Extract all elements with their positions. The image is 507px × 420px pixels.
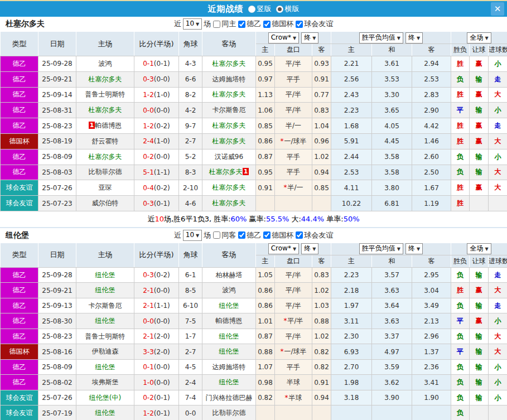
league-checkbox-1[interactable] [238, 231, 245, 239]
same-venue-label[interactable]: 同主 [221, 19, 236, 29]
league-checkbox-1[interactable] [238, 21, 245, 28]
match-row: 德乙25-09-14普鲁士明斯特1-2(1-0)8-2杜塞尔多夫1.13平/半0… [1, 87, 507, 103]
halftime-score: (1-0) [154, 137, 170, 145]
recent-count-select[interactable]: 10▼ [183, 230, 202, 241]
company-select-value[interactable]: Crow* [271, 33, 291, 41]
league-filter-2[interactable]: 德国杯 [263, 230, 293, 240]
match-row: 德乙25-08-09纽伦堡0-1(0-0)4-5达姆施塔特1.07平手0.822… [1, 359, 507, 375]
recent-count-select[interactable]: 10▼ [183, 18, 202, 30]
scope-group-header: 全场▼ [451, 243, 507, 255]
avg-stage-select[interactable]: 终▼ [405, 243, 423, 254]
avg-draw-cell: 3.62 [372, 375, 412, 390]
goals-result-cell: 大 [489, 165, 507, 180]
league-checkbox-3[interactable] [296, 21, 303, 28]
avg-select[interactable]: 胜平负均值▼ [359, 243, 403, 254]
avg-select-value[interactable]: 胜平负均值 [362, 33, 395, 41]
away-team-cell: 比勒菲尔德 [202, 405, 256, 420]
radio-horizontal-label[interactable]: 横版 [285, 4, 300, 14]
score-cell: 5-1(1-1) [134, 165, 179, 180]
handicap-cell: 平/半 [275, 329, 312, 344]
avg-stage-select-value[interactable]: 终 [408, 244, 415, 252]
corners-cell: 4-2 [179, 103, 202, 118]
league-label[interactable]: 德国杯 [272, 230, 293, 240]
result-cell: 胜 [451, 118, 470, 134]
scope-select[interactable]: 全场▼ [467, 32, 491, 44]
league-filter-1[interactable]: 德乙 [238, 19, 261, 29]
league-label[interactable]: 球会友谊 [304, 19, 333, 29]
handicap-value: 平手 [287, 153, 300, 161]
odds-stage-select-value[interactable]: 终 [304, 33, 311, 41]
league-filter-3[interactable]: 球会友谊 [295, 230, 333, 240]
recent-count-select-value[interactable]: 10 [186, 231, 194, 239]
odds-stage-select[interactable]: 终▼ [301, 243, 318, 254]
league-checkbox-3[interactable] [296, 231, 303, 239]
avg-home-cell: 5.91 [331, 133, 372, 149]
same-venue-filter[interactable]: 同客 [213, 230, 236, 240]
handicap-cell: *一/球半 [275, 133, 312, 149]
same-venue-checkbox[interactable] [213, 21, 220, 28]
subcol-header-result: 胜负 [451, 44, 470, 56]
radio-vertical-label[interactable]: 竖版 [257, 4, 272, 14]
same-venue-filter[interactable]: 同主 [213, 19, 236, 29]
odds-stage-select[interactable]: 终▼ [301, 32, 318, 44]
match-row: 德乙25-08-31杜塞尔多夫0-0(0-0)4-2卡尔斯鲁厄1.06平/半0.… [1, 103, 507, 118]
subcol-header-handicap: 盘口 [275, 255, 312, 267]
team-text: 达姆施塔特 [213, 363, 246, 371]
league-checkbox-2[interactable] [263, 231, 271, 239]
col-header-date: 日期 [38, 32, 76, 56]
same-venue-checkbox[interactable] [213, 231, 220, 239]
team-text: 门兴格拉德巴赫 [206, 394, 253, 402]
handicap-cell: *平/半 [275, 313, 312, 329]
same-venue-label[interactable]: 同客 [221, 230, 236, 240]
avg-select[interactable]: 胜平负均值▼ [359, 32, 403, 44]
avg-stage-select-value[interactable]: 终 [408, 33, 415, 41]
company-select[interactable]: Crow*▼ [268, 32, 299, 44]
avg-stage-select[interactable]: 终▼ [405, 32, 423, 44]
goals-result-cell [489, 405, 507, 420]
subcol-header-goals: 进球数 [489, 44, 507, 56]
team-text: 纽伦堡 [95, 317, 115, 325]
competition-cell: 球会友谊 [1, 390, 38, 405]
handicap-value: 平手 [287, 168, 300, 176]
handicap-cell: *一/球半 [275, 344, 312, 360]
team-text: 杜塞尔多夫 [213, 199, 246, 207]
home-team-cell: 普鲁士明斯特 [76, 329, 134, 344]
recent-count-select-value[interactable]: 10 [186, 20, 194, 27]
league-filter-3[interactable]: 球会友谊 [295, 19, 333, 29]
home-odds-cell: 1.05 [256, 267, 275, 283]
score-cell: 2-1(0-0) [134, 283, 179, 298]
scope-select[interactable]: 全场▼ [467, 243, 491, 254]
league-checkbox-2[interactable] [263, 21, 271, 28]
avg-draw-cell: 3.30 [372, 87, 412, 103]
league-filter-2[interactable]: 德国杯 [263, 19, 293, 29]
corners-cell: 2-7 [179, 133, 202, 149]
league-label[interactable]: 球会友谊 [304, 230, 333, 240]
away-team-cell: 波鸿 [202, 283, 256, 298]
layout-horizontal-option[interactable]: 横版 [276, 4, 300, 14]
result-cell: 负 [451, 71, 470, 87]
radio-vertical-icon[interactable] [248, 6, 255, 13]
fulltime-score: 0-4 [143, 184, 154, 192]
score-cell: 1-2(0-1) [134, 405, 179, 420]
avg-away-cell: 2.13 [412, 313, 451, 329]
close-button[interactable]: ✕ [491, 2, 504, 16]
company-select-value[interactable]: Crow* [271, 244, 291, 252]
away-odds-cell: 1.02 [312, 149, 331, 165]
radio-horizontal-icon[interactable] [276, 6, 283, 13]
away-team-cell: 杜塞尔多夫1 [202, 165, 256, 180]
league-label[interactable]: 德国杯 [272, 19, 293, 29]
league-label[interactable]: 德乙 [247, 230, 261, 240]
team-text: 杜塞尔多夫 [213, 184, 246, 191]
handicap-result-cell: 输 [470, 375, 489, 390]
scope-select-value[interactable]: 全场 [470, 244, 483, 252]
layout-vertical-option[interactable]: 竖版 [248, 4, 272, 14]
odds-stage-select-value[interactable]: 终 [304, 244, 311, 252]
subcol-header-avg_draw: 和 [372, 44, 412, 56]
company-select[interactable]: Crow*▼ [268, 243, 299, 254]
avg-away-cell: 2.53 [412, 71, 451, 87]
away-team-cell: 门兴格拉德巴赫 [202, 390, 256, 405]
league-filter-1[interactable]: 德乙 [238, 230, 261, 240]
scope-select-value[interactable]: 全场 [470, 33, 483, 41]
league-label[interactable]: 德乙 [247, 19, 261, 29]
avg-select-value[interactable]: 胜平负均值 [362, 244, 395, 252]
